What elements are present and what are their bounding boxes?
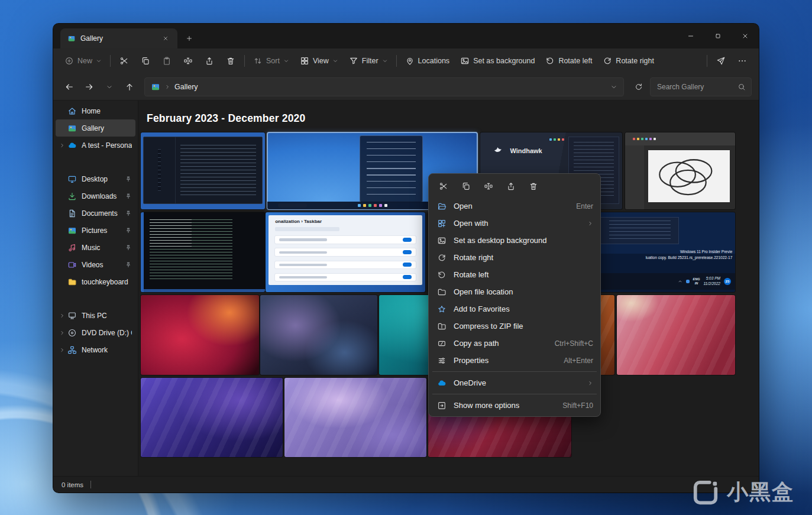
search-box[interactable] [650,77,752,96]
item-count: 0 items [62,481,83,488]
arrow-right-icon [85,82,94,92]
up-button[interactable] [121,78,138,96]
tab-close-button[interactable] [158,31,173,46]
menu-item-open-with[interactable]: Open with [431,215,598,232]
rename-button[interactable] [478,177,499,195]
forward-button[interactable] [80,78,98,96]
tab-gallery[interactable]: Gallery [60,28,177,48]
context-menu: Open Enter Open with Set as desktop back… [428,173,601,417]
menu-item-set-as-desktop-background[interactable]: Set as desktop background [431,232,598,249]
rename-button[interactable] [177,51,199,70]
send-button[interactable] [710,51,732,70]
copy-button[interactable] [456,177,476,195]
sidebar-item-onedrive-personal[interactable]: A test - Personal [56,137,135,154]
chevron-right-icon [164,84,170,90]
set-as-background-button[interactable]: Set as background [455,51,540,70]
delete-button[interactable] [220,51,241,70]
menu-item-add-to-favorites[interactable]: Add to Favorites [431,300,598,318]
sort-icon [253,56,263,66]
delete-button[interactable] [523,177,544,195]
thumbnail-red-abstract-wallpaper[interactable] [141,295,259,375]
sidebar-item-documents[interactable]: Documents [56,205,135,222]
menu-item-open[interactable]: Open Enter [431,197,598,215]
search-input[interactable] [656,82,734,92]
thumbnail-terminal-screenshot[interactable] [141,212,265,292]
maximize-button[interactable] [704,24,732,48]
trash-icon [226,56,235,66]
rotate-left-icon [545,56,555,66]
open-with-icon [437,219,447,228]
share-button[interactable] [501,177,521,195]
filter-icon [349,56,358,66]
menu-separator [432,394,597,394]
sidebar-item-home[interactable]: Home [56,102,135,119]
picture-icon [460,56,470,66]
menu-item-compress-to-zip[interactable]: Compress to ZIP file [431,318,598,335]
thumbnail-file-manager-screenshot[interactable] [141,132,265,209]
copy-button[interactable] [135,51,156,70]
cut-button[interactable] [114,51,135,70]
close-window-button[interactable] [732,24,759,48]
sidebar-item-network[interactable]: Network [56,341,135,358]
locations-button[interactable]: Locations [400,51,455,70]
breadcrumb[interactable]: Gallery [144,77,624,96]
sidebar-item-desktop[interactable]: Desktop [56,170,135,187]
paste-button[interactable] [156,51,177,70]
status-divider [90,481,91,488]
cut-button[interactable] [434,177,454,195]
sidebar-item-touchkeyboard[interactable]: touchkeyboard [56,273,135,290]
menu-item-properties[interactable]: Properties Alt+Enter [431,352,598,369]
sidebar-group-gap [53,290,138,307]
copy-icon [461,182,471,191]
sidebar-item-gallery[interactable]: Gallery [56,119,135,137]
breadcrumb-item[interactable]: Gallery [174,83,198,91]
menu-item-rotate-right[interactable]: Rotate right [431,249,598,266]
view-button[interactable]: View [295,51,344,70]
menu-item-onedrive[interactable]: OneDrive [431,374,598,391]
map-pin-icon [405,56,415,66]
window-controls [677,24,759,48]
gallery-content: February 2023 - December 2020 Windhawk [138,101,759,476]
rotate-right-button[interactable]: Rotate right [597,51,659,70]
chevron-down-icon[interactable] [610,83,617,90]
onedrive-cloud-icon [67,141,77,150]
sidebar-item-music[interactable]: Music [56,239,135,256]
watermark-text: 小黑盒 [727,478,794,507]
sidebar-item-downloads[interactable]: Downloads [56,187,135,205]
rotate-left-icon [437,270,447,280]
home-icon [67,106,77,116]
thumbnail-violet-silk-wallpaper[interactable] [141,378,283,457]
thumbnail-purple-smoke-wallpaper[interactable] [260,295,377,375]
rotate-left-button[interactable]: Rotate left [540,51,597,70]
new-button[interactable]: New [59,51,107,70]
status-bar: 0 items [53,476,759,493]
menu-item-open-file-location[interactable]: Open file location [431,283,598,300]
thumbnail-pink-silk-wallpaper[interactable] [617,295,735,375]
thumbnail-lavender-silk-wallpaper[interactable] [284,378,426,457]
sidebar-item-dvd-drive[interactable]: DVD Drive (D:) CCC [56,324,135,341]
minimize-button[interactable] [677,24,704,48]
menu-item-rotate-left[interactable]: Rotate left [431,266,598,283]
menu-item-copy-as-path[interactable]: Copy as path Ctrl+Shift+C [431,335,598,352]
thumbnail-paint-circles-screenshot[interactable] [625,132,735,209]
file-explorer-window: Gallery [53,24,759,493]
menu-item-show-more-options[interactable]: Show more options Shift+F10 [431,397,598,414]
thumbnail-insider-preview-screenshot[interactable]: Windows 11 Pro Insider Previe luation co… [595,212,735,292]
chevron-up-icon [678,279,682,284]
filter-button[interactable]: Filter [344,51,393,70]
back-button[interactable] [60,78,78,96]
chevron-down-icon [283,58,289,64]
star-icon [437,305,447,314]
videos-icon [67,260,77,270]
sidebar-item-videos[interactable]: Videos [56,256,135,273]
thumbnail-taskbar-settings-screenshot[interactable]: onalization › Taskbar [266,212,425,292]
recent-locations-button[interactable] [101,78,118,96]
new-tab-button[interactable] [182,31,196,46]
refresh-button[interactable] [630,78,648,96]
sidebar-item-this-pc[interactable]: This PC [56,307,135,324]
share-button[interactable] [199,51,220,70]
sort-button[interactable]: Sort [248,51,295,70]
new-icon [64,56,74,66]
sidebar-item-pictures[interactable]: Pictures [56,222,135,239]
more-options-button[interactable] [732,51,753,70]
